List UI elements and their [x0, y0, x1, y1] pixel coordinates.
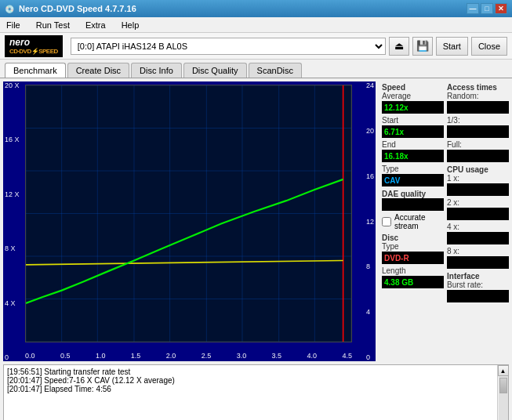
- disc-type-value: DVD-R: [382, 252, 444, 264]
- start-label: Start: [382, 116, 444, 125]
- random-value: [447, 101, 509, 114]
- eightx-label: 8 x:: [447, 247, 509, 255]
- disc-length-value: 4.38 GB: [382, 276, 444, 288]
- close-window-button[interactable]: ✕: [495, 3, 507, 14]
- app-icon: 💿: [5, 5, 14, 13]
- menu-bar: File Run Test Extra Help: [0, 17, 512, 33]
- tabs: Benchmark Create Disc Disc Info Disc Qua…: [0, 60, 512, 78]
- log-line-2: [20:01:47] Speed:7-16 X CAV (12.12 X ave…: [7, 376, 494, 385]
- access-times-header: Access times: [447, 83, 509, 92]
- onex-label: 1 x:: [447, 174, 509, 183]
- title-bar-controls: — □ ✕: [467, 3, 507, 14]
- full-value: [447, 150, 509, 162]
- start-value: 6.71x: [382, 125, 444, 138]
- logo-text: nero: [9, 37, 58, 48]
- chart-svg: [26, 85, 351, 342]
- log-line-1: [19:56:51] Starting transfer rate test: [7, 368, 494, 376]
- menu-run-test[interactable]: Run Test: [33, 19, 73, 31]
- dae-value: [382, 198, 444, 211]
- average-value: 12.12x: [382, 101, 444, 114]
- tab-disc-quality[interactable]: Disc Quality: [183, 63, 247, 78]
- main-content: 0 4 X 8 X 12 X 16 X 20 X: [0, 78, 512, 364]
- scroll-up-button[interactable]: ▲: [498, 365, 509, 376]
- title-bar-text: Nero CD-DVD Speed 4.7.7.16: [19, 4, 136, 13]
- log-scrollbar: ▲ ▼: [497, 365, 508, 420]
- chart-inner: [25, 85, 352, 342]
- x-axis: 0.0 0.5 1.0 1.5 2.0 2.5 3.0 3.5 4.0 4.5: [25, 352, 352, 360]
- twox-label: 2 x:: [447, 198, 509, 207]
- average-label: Average: [382, 92, 444, 100]
- accurate-stream-label: Accurate stream: [394, 213, 444, 230]
- stats-columns: Speed Average 12.12x Start 6.71x End 16.…: [382, 81, 509, 305]
- log-content: [19:56:51] Starting transfer rate test […: [4, 365, 497, 420]
- menu-extra[interactable]: Extra: [82, 19, 109, 31]
- speed-header: Speed: [382, 83, 444, 92]
- toolbar: nero CD·DVD⚡SPEED [0:0] ATAPI iHAS124 B …: [0, 33, 512, 60]
- disc-length-label: Length: [382, 266, 444, 275]
- scroll-track: [499, 376, 508, 420]
- y-axis-left: 0 4 X 8 X 12 X 16 X 20 X: [5, 81, 20, 361]
- onethird-label: 1/3:: [447, 116, 509, 125]
- accurate-stream-row: Accurate stream: [382, 213, 444, 230]
- end-value: 16.18x: [382, 150, 444, 162]
- minimize-button[interactable]: —: [467, 3, 479, 14]
- cpu-usage-header: CPU usage: [447, 165, 509, 174]
- random-label: Random:: [447, 92, 509, 100]
- fourx-label: 4 x:: [447, 223, 509, 231]
- right-stats-col: Access times Random: 1/3: Full: CPU usag…: [447, 81, 509, 305]
- fourx-value: [447, 232, 509, 244]
- dae-header: DAE quality: [382, 190, 444, 198]
- tab-disc-info[interactable]: Disc Info: [131, 63, 182, 78]
- chart-area: 0 4 X 8 X 12 X 16 X 20 X: [3, 81, 376, 361]
- title-bar: 💿 Nero CD-DVD Speed 4.7.7.16 — □ ✕: [0, 0, 512, 17]
- log-line-3: [20:01:47] Elapsed Time: 4:56: [7, 385, 494, 393]
- tab-scan-disc[interactable]: ScanDisc: [249, 63, 302, 78]
- full-label: Full:: [447, 140, 509, 149]
- burst-rate-label: Burst rate:: [447, 281, 509, 289]
- disc-header: Disc: [382, 234, 444, 242]
- onethird-value: [447, 125, 509, 138]
- menu-file[interactable]: File: [3, 19, 24, 31]
- save-button[interactable]: 💾: [412, 37, 433, 56]
- eject-button[interactable]: ⏏: [389, 37, 409, 56]
- maximize-button[interactable]: □: [481, 3, 493, 14]
- type-value: CAV: [382, 174, 444, 186]
- start-button[interactable]: Start: [436, 37, 468, 56]
- burst-rate-value: [447, 290, 509, 302]
- disc-type-label: Type: [382, 242, 444, 251]
- y-axis-right: 0 4 8 12 16 20 24: [366, 81, 374, 361]
- title-bar-left: 💿 Nero CD-DVD Speed 4.7.7.16: [5, 4, 136, 13]
- logo-sub: CD·DVD⚡SPEED: [9, 48, 58, 55]
- tab-create-disc[interactable]: Create Disc: [67, 63, 129, 78]
- right-panel: Speed Average 12.12x Start 6.71x End 16.…: [379, 78, 512, 364]
- twox-value: [447, 208, 509, 220]
- left-stats-col: Speed Average 12.12x Start 6.71x End 16.…: [382, 81, 444, 305]
- eightx-value: [447, 256, 509, 269]
- onex-value: [447, 183, 509, 196]
- tab-benchmark[interactable]: Benchmark: [5, 63, 66, 78]
- interface-header: Interface: [447, 272, 509, 281]
- scroll-thumb[interactable]: [499, 378, 507, 393]
- log-area: [19:56:51] Starting transfer rate test […: [3, 364, 509, 420]
- menu-help[interactable]: Help: [118, 19, 143, 31]
- end-label: End: [382, 140, 444, 149]
- close-button[interactable]: Close: [471, 37, 507, 56]
- type-label: Type: [382, 165, 444, 173]
- accurate-stream-checkbox[interactable]: [382, 217, 391, 226]
- drive-select[interactable]: [0:0] ATAPI iHAS124 B AL0S: [71, 38, 386, 55]
- logo: nero CD·DVD⚡SPEED: [5, 35, 63, 57]
